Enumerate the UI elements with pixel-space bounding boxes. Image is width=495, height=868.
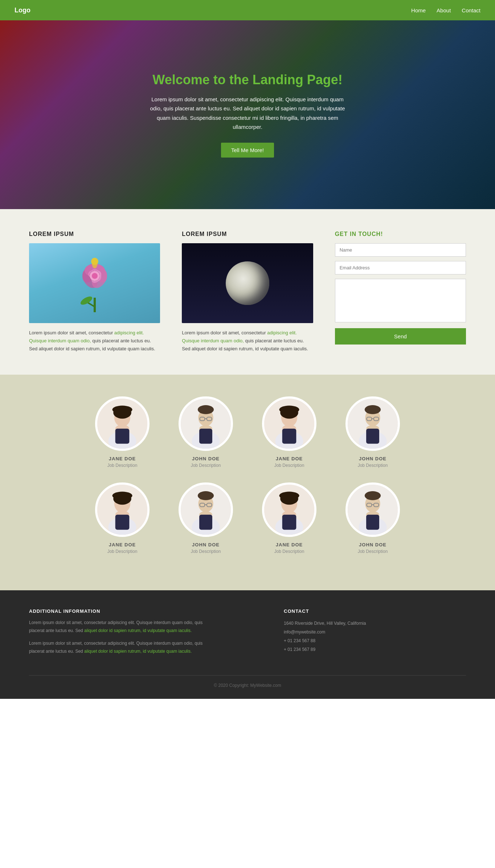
svg-point-58 bbox=[198, 491, 214, 500]
footer-para-1: Lorem ipsum dolor sit amet, consectetur … bbox=[29, 619, 211, 635]
svg-rect-45 bbox=[366, 429, 379, 444]
avatar-jane-4 bbox=[262, 482, 316, 537]
female-avatar-svg-3 bbox=[97, 485, 147, 535]
send-button[interactable]: Send bbox=[335, 328, 466, 345]
avatar-john-4 bbox=[345, 482, 400, 537]
footer: ADDITIONAL INFORMATION Lorem ipsum dolor… bbox=[0, 590, 495, 698]
nav-about[interactable]: About bbox=[437, 7, 451, 13]
footer-contact-info: 1640 Riverside Drive, Hill Valley, Calif… bbox=[284, 619, 466, 654]
footer-address: 1640 Riverside Drive, Hill Valley, Calif… bbox=[284, 619, 466, 628]
nav-home[interactable]: Home bbox=[411, 7, 426, 13]
team-name-4: JOHN DOE bbox=[359, 456, 386, 461]
team-member-8: JOHN DOE Job Description bbox=[345, 482, 400, 554]
male-avatar-svg-2 bbox=[348, 399, 398, 449]
svg-rect-39 bbox=[282, 429, 296, 444]
nav-links: Home About Contact bbox=[411, 7, 480, 13]
footer-additional-info: ADDITIONAL INFORMATION Lorem ipsum dolor… bbox=[29, 608, 211, 660]
avatar-jane-2 bbox=[262, 396, 316, 451]
team-name-7: JANE DOE bbox=[276, 542, 303, 547]
team-member-6: JOHN DOE Job Description bbox=[179, 482, 233, 554]
col1-link[interactable]: adipiscing elit. Quisque interdum quam o… bbox=[29, 330, 144, 343]
team-row-2: JANE DOE Job Description JOHN DOE Job De… bbox=[95, 482, 400, 554]
rose-image bbox=[29, 243, 160, 323]
content-col-1: LOREM IPSUM bbox=[29, 231, 160, 353]
footer-para-2: Lorem ipsum dolor sit amet, consectetur … bbox=[29, 640, 211, 655]
svg-point-52 bbox=[112, 492, 132, 500]
col2-link[interactable]: adipiscing elit. Quisque interdum quam o… bbox=[182, 330, 296, 343]
avatar-john-1 bbox=[179, 396, 233, 451]
svg-point-42 bbox=[365, 405, 381, 414]
svg-point-36 bbox=[279, 406, 299, 414]
team-member-4: JOHN DOE Job Description bbox=[345, 396, 400, 468]
avatar-jane-1 bbox=[95, 396, 150, 451]
svg-point-14 bbox=[92, 273, 98, 279]
team-member-2: JOHN DOE Job Description bbox=[179, 396, 233, 468]
col1-text: Lorem ipsum dolor sit amet, consectetur … bbox=[29, 329, 160, 353]
navbar: Logo Home About Contact bbox=[0, 0, 495, 20]
footer-bottom: © 2020 Copyright: MyWebsite.com bbox=[29, 675, 466, 688]
svg-rect-55 bbox=[115, 515, 130, 530]
rose-svg bbox=[66, 250, 124, 316]
footer-link-1[interactable]: aliquet dolor id sapien rutrum, id vulpu… bbox=[84, 628, 192, 633]
svg-point-20 bbox=[112, 406, 132, 414]
avatar-john-3 bbox=[179, 482, 233, 537]
avatar-jane-3 bbox=[95, 482, 150, 537]
moon-image bbox=[182, 243, 313, 323]
team-job-3: Job Description bbox=[274, 463, 304, 468]
footer-content: ADDITIONAL INFORMATION Lorem ipsum dolor… bbox=[29, 608, 466, 660]
team-name-6: JOHN DOE bbox=[192, 542, 220, 547]
team-name-5: JANE DOE bbox=[109, 542, 136, 547]
team-name-1: JANE DOE bbox=[109, 456, 136, 461]
team-section: JANE DOE Job Description JOHN D bbox=[0, 375, 495, 590]
email-input[interactable] bbox=[335, 261, 466, 274]
female-avatar-svg-2 bbox=[264, 399, 314, 449]
svg-rect-77 bbox=[366, 515, 379, 530]
contact-form-col: GET IN TOUCH! Send bbox=[335, 231, 466, 353]
male-avatar-svg-4 bbox=[348, 485, 398, 535]
team-name-2: JOHN DOE bbox=[192, 456, 220, 461]
svg-point-16 bbox=[92, 258, 98, 268]
team-member-1: JANE DOE Job Description bbox=[95, 396, 150, 468]
team-job-1: Job Description bbox=[107, 463, 138, 468]
team-job-2: Job Description bbox=[191, 463, 221, 468]
copyright-text: © 2020 Copyright: MyWebsite.com bbox=[214, 683, 281, 688]
footer-email: info@mywebsite.com bbox=[284, 628, 466, 636]
team-row-1: JANE DOE Job Description JOHN D bbox=[95, 396, 400, 468]
avatar-john-2 bbox=[345, 396, 400, 451]
footer-phone-2: + 01 234 567 89 bbox=[284, 645, 466, 654]
svg-point-68 bbox=[279, 492, 299, 500]
tell-me-more-button[interactable]: Tell Me More! bbox=[221, 143, 274, 158]
hero-title: Welcome to the Landing Page! bbox=[152, 72, 342, 87]
nav-contact[interactable]: Contact bbox=[462, 7, 480, 13]
team-name-3: JANE DOE bbox=[276, 456, 303, 461]
team-job-4: Job Description bbox=[358, 463, 388, 468]
svg-point-74 bbox=[365, 491, 381, 500]
footer-link-2[interactable]: aliquet dolor id sapien rutrum, id vulpu… bbox=[84, 649, 192, 654]
footer-phone-1: + 01 234 567 88 bbox=[284, 636, 466, 645]
col1-heading: LOREM IPSUM bbox=[29, 231, 160, 237]
svg-point-26 bbox=[198, 405, 214, 414]
hero-description: Lorem ipsum dolor sit amet, consectetur … bbox=[146, 95, 349, 132]
message-textarea[interactable] bbox=[335, 279, 466, 322]
content-section: LOREM IPSUM bbox=[0, 209, 495, 375]
team-job-6: Job Description bbox=[191, 549, 221, 554]
svg-rect-61 bbox=[199, 515, 212, 530]
team-job-5: Job Description bbox=[107, 549, 138, 554]
male-avatar-svg-1 bbox=[181, 399, 231, 449]
female-avatar-svg-1 bbox=[97, 399, 147, 449]
female-avatar-svg-4 bbox=[264, 485, 314, 535]
team-member-3: JANE DOE Job Description bbox=[262, 396, 316, 468]
moon-shape bbox=[226, 261, 269, 305]
team-name-8: JOHN DOE bbox=[359, 542, 386, 547]
team-job-8: Job Description bbox=[358, 549, 388, 554]
col2-text: Lorem ipsum dolor sit amet, consectetur … bbox=[182, 329, 313, 353]
svg-rect-29 bbox=[199, 429, 212, 444]
name-input[interactable] bbox=[335, 243, 466, 257]
svg-rect-71 bbox=[282, 515, 296, 530]
footer-contact-heading: CONTACT bbox=[284, 608, 466, 614]
footer-additional-heading: ADDITIONAL INFORMATION bbox=[29, 608, 211, 614]
male-avatar-svg-3 bbox=[181, 485, 231, 535]
team-job-7: Job Description bbox=[274, 549, 304, 554]
col2-heading: LOREM IPSUM bbox=[182, 231, 313, 237]
hero-section: Welcome to the Landing Page! Lorem ipsum… bbox=[0, 20, 495, 209]
